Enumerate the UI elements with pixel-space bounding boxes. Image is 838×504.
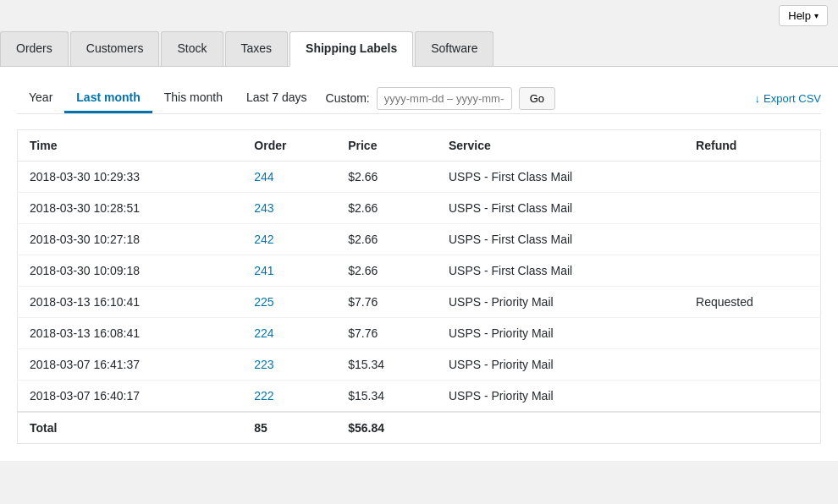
cell-refund (684, 192, 820, 223)
cell-order: 243 (242, 192, 336, 223)
shipping-labels-table: Time Order Price Service Refund 2018-03-… (17, 129, 821, 444)
cell-refund (684, 255, 820, 286)
custom-range-input[interactable] (377, 87, 512, 110)
cell-order: 244 (242, 161, 336, 192)
period-filter-row: Year Last month This month Last 7 days C… (17, 84, 821, 114)
cell-time: 2018-03-07 16:40:17 (18, 380, 243, 412)
table-row: 2018-03-13 16:10:41225$7.76USPS - Priori… (18, 286, 821, 317)
cell-order: 224 (242, 317, 336, 348)
cell-time: 2018-03-30 10:09:18 (18, 255, 243, 286)
tab-customers[interactable]: Customers (70, 31, 160, 66)
total-service (437, 412, 684, 444)
cell-price: $15.34 (336, 348, 437, 380)
cell-order: 223 (242, 348, 336, 380)
tab-taxes[interactable]: Taxes (225, 31, 289, 66)
cell-refund (684, 348, 820, 380)
col-header-time: Time (18, 129, 243, 161)
cell-service: USPS - Priority Mail (437, 286, 684, 317)
cell-time: 2018-03-30 10:29:33 (18, 161, 243, 192)
period-last-7-days-button[interactable]: Last 7 days (234, 84, 319, 113)
cell-service: USPS - First Class Mail (437, 161, 684, 192)
export-csv-label: Export CSV (764, 92, 821, 105)
go-button[interactable]: Go (519, 87, 555, 110)
export-csv-link[interactable]: ↓ Export CSV (755, 89, 821, 108)
cell-service: USPS - Priority Mail (437, 317, 684, 348)
cell-service: USPS - Priority Mail (437, 380, 684, 412)
col-header-price: Price (336, 129, 437, 161)
cell-order: 241 (242, 255, 336, 286)
order-link[interactable]: 241 (254, 264, 273, 277)
top-bar: Help ▾ (0, 0, 838, 31)
cell-service: USPS - Priority Mail (437, 348, 684, 380)
order-link[interactable]: 243 (254, 201, 273, 215)
period-year-button[interactable]: Year (17, 84, 64, 113)
custom-range-container: Custom: Go (326, 84, 555, 113)
order-link[interactable]: 242 (254, 233, 273, 246)
cell-time: 2018-03-30 10:27:18 (18, 223, 243, 255)
table-row: 2018-03-30 10:28:51243$2.66USPS - First … (18, 192, 821, 223)
order-link[interactable]: 223 (254, 358, 273, 371)
chevron-down-icon: ▾ (814, 11, 819, 20)
total-label: Total (18, 412, 243, 444)
tab-orders[interactable]: Orders (0, 31, 69, 66)
cell-order: 222 (242, 380, 336, 412)
cell-service: USPS - First Class Mail (437, 192, 684, 223)
order-link[interactable]: 225 (254, 295, 273, 309)
cell-price: $2.66 (336, 255, 437, 286)
order-link[interactable]: 222 (254, 389, 273, 403)
tab-software[interactable]: Software (415, 31, 493, 66)
cell-refund (684, 223, 820, 255)
cell-time: 2018-03-13 16:08:41 (18, 317, 243, 348)
table-total-row: Total85$56.84 (18, 412, 821, 444)
cell-refund (684, 161, 820, 192)
cell-price: $2.66 (336, 223, 437, 255)
table-row: 2018-03-07 16:41:37223$15.34USPS - Prior… (18, 348, 821, 380)
cell-refund (684, 380, 820, 412)
col-header-order: Order (242, 129, 336, 161)
total-price: $56.84 (336, 412, 437, 444)
total-refund (684, 412, 820, 444)
help-label: Help (788, 9, 811, 22)
order-link[interactable]: 244 (254, 170, 273, 184)
cell-price: $2.66 (336, 161, 437, 192)
cell-service: USPS - First Class Mail (437, 223, 684, 255)
cell-price: $7.76 (336, 317, 437, 348)
table-row: 2018-03-30 10:09:18241$2.66USPS - First … (18, 255, 821, 286)
cell-price: $7.76 (336, 286, 437, 317)
cell-order: 242 (242, 223, 336, 255)
cell-refund: Requested (684, 286, 820, 317)
help-button[interactable]: Help ▾ (779, 5, 828, 26)
table-row: 2018-03-07 16:40:17222$15.34USPS - Prior… (18, 380, 821, 412)
download-icon: ↓ (755, 92, 761, 105)
table-row: 2018-03-30 10:29:33244$2.66USPS - First … (18, 161, 821, 192)
cell-order: 225 (242, 286, 336, 317)
cell-time: 2018-03-30 10:28:51 (18, 192, 243, 223)
table-row: 2018-03-13 16:08:41224$7.76USPS - Priori… (18, 317, 821, 348)
cell-service: USPS - First Class Mail (437, 255, 684, 286)
tab-shipping-labels[interactable]: Shipping Labels (289, 31, 413, 67)
period-last-month-button[interactable]: Last month (64, 84, 152, 113)
order-link[interactable]: 224 (254, 326, 273, 340)
period-this-month-button[interactable]: This month (152, 84, 234, 113)
main-content: Year Last month This month Last 7 days C… (0, 67, 838, 461)
total-order-count: 85 (242, 412, 336, 444)
tabs-row: Orders Customers Stock Taxes Shipping La… (0, 31, 838, 67)
table-row: 2018-03-30 10:27:18242$2.66USPS - First … (18, 223, 821, 255)
tab-stock[interactable]: Stock (161, 31, 223, 66)
col-header-refund: Refund (684, 129, 820, 161)
table-header-row: Time Order Price Service Refund (18, 129, 821, 161)
cell-price: $15.34 (336, 380, 437, 412)
cell-price: $2.66 (336, 192, 437, 223)
col-header-service: Service (437, 129, 684, 161)
cell-time: 2018-03-13 16:10:41 (18, 286, 243, 317)
cell-refund (684, 317, 820, 348)
custom-label: Custom: (326, 91, 370, 105)
cell-time: 2018-03-07 16:41:37 (18, 348, 243, 380)
